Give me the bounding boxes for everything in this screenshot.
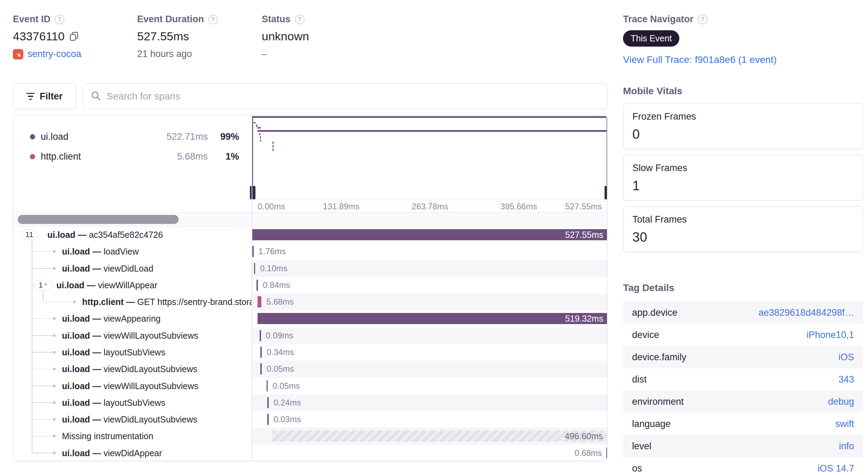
span-row[interactable]: http.client — GET https://sentry-brand.s… bbox=[13, 293, 607, 310]
span-row[interactable]: ui.load — viewAppearing519.32ms bbox=[13, 310, 607, 327]
span-waterfall-cell[interactable]: 1.76ms bbox=[252, 243, 608, 260]
span-waterfall-cell[interactable]: 0.34ms bbox=[252, 344, 608, 361]
span-waterfall-cell[interactable]: 0.68ms bbox=[252, 445, 608, 461]
minimap-right-handle[interactable] bbox=[605, 186, 608, 199]
span-waterfall-cell[interactable]: 5.68ms bbox=[252, 293, 608, 310]
span-waterfall-cell[interactable]: 0.05ms bbox=[252, 361, 608, 377]
time-axis: 0.00ms131.89ms263.78ms395.66ms527.55ms bbox=[252, 200, 608, 212]
tag-value-link[interactable]: info bbox=[839, 441, 854, 452]
span-duration-bar[interactable] bbox=[267, 397, 269, 408]
span-duration-bar[interactable] bbox=[260, 330, 261, 341]
span-waterfall-cell[interactable]: 0.03ms bbox=[252, 411, 608, 428]
tree-scrollbar-thumb[interactable] bbox=[18, 215, 179, 224]
project-link[interactable]: sentry-cocoa bbox=[27, 49, 81, 59]
span-row[interactable]: Missing instrumentation496.60ms bbox=[13, 428, 607, 444]
help-icon[interactable]: ? bbox=[698, 15, 708, 24]
span-row[interactable]: 11ui.load — ac354af5e82c4726527.55ms bbox=[13, 226, 607, 243]
span-duration-bar[interactable] bbox=[267, 380, 268, 392]
tag-value-link[interactable]: iOS 14.7 bbox=[818, 463, 854, 474]
tree-waterfall-divider[interactable] bbox=[252, 115, 252, 461]
span-tree-cell[interactable]: ui.load — viewWillLayoutSubviews bbox=[13, 378, 252, 394]
span-tree-cell[interactable]: ui.load — viewDidAppear bbox=[13, 445, 252, 461]
legend-item-ui.load[interactable]: ui.load522.71ms99% bbox=[30, 131, 239, 143]
span-waterfall-cell[interactable]: 0.05ms bbox=[252, 378, 608, 394]
span-detail-page: Event ID ? 43376110 sentry-cocoa Event D… bbox=[0, 0, 868, 475]
span-row[interactable]: 1^ui.load — viewWillAppear0.84ms bbox=[13, 277, 607, 293]
span-duration-bar[interactable] bbox=[260, 347, 262, 358]
tree-node-dot bbox=[53, 334, 56, 337]
tag-value-link[interactable]: iPhone10,1 bbox=[806, 330, 854, 340]
span-tree-cell[interactable]: ui.load — viewDidLayoutSubviews bbox=[13, 411, 252, 428]
span-waterfall-cell[interactable]: 496.60ms bbox=[252, 428, 608, 444]
span-row[interactable]: ui.load — viewWillLayoutSubviews0.05ms bbox=[13, 378, 607, 394]
span-tree-cell[interactable]: ui.load — viewDidLayoutSubviews bbox=[13, 361, 252, 377]
span-row[interactable]: ui.load — layoutSubViews0.24ms bbox=[13, 394, 607, 411]
span-duration-bar[interactable] bbox=[258, 313, 607, 324]
span-waterfall-cell[interactable]: 519.32ms bbox=[252, 310, 608, 327]
span-tree-cell[interactable]: ui.load — loadView bbox=[13, 243, 252, 260]
span-row[interactable]: ui.load — viewDidAppear0.68ms bbox=[13, 445, 607, 461]
span-tree-cell[interactable]: http.client — GET https://sentry-brand.s… bbox=[13, 293, 252, 310]
minimap-left-handle[interactable] bbox=[250, 186, 255, 199]
tag-value-link[interactable]: iOS bbox=[838, 352, 854, 363]
span-row[interactable]: ui.load — viewDidLayoutSubviews0.03ms bbox=[13, 411, 607, 428]
span-tree-cell[interactable]: 11ui.load — ac354af5e82c4726 bbox=[13, 226, 252, 243]
help-icon[interactable]: ? bbox=[55, 15, 64, 24]
copy-icon[interactable] bbox=[70, 32, 79, 41]
span-duration-bar[interactable] bbox=[252, 246, 254, 257]
span-title: ui.load — viewAppearing bbox=[62, 310, 160, 327]
search-input[interactable] bbox=[106, 91, 599, 102]
event-id-label-row: Event ID ? bbox=[13, 14, 81, 25]
span-row[interactable]: ui.load — viewWillLayoutSubviews0.09ms bbox=[13, 327, 607, 344]
tag-value-link[interactable]: ae3829618d484298f… bbox=[758, 307, 854, 318]
span-waterfall-cell[interactable]: 0.09ms bbox=[252, 327, 608, 344]
span-tree-cell[interactable]: ui.load — viewAppearing bbox=[13, 310, 252, 327]
vital-card-slow-frames[interactable]: Slow Frames1 bbox=[623, 155, 863, 201]
minimap[interactable] bbox=[252, 115, 608, 200]
vital-label: Total Frames bbox=[632, 214, 854, 225]
legend-item-http.client[interactable]: http.client5.68ms1% bbox=[30, 151, 239, 162]
span-row[interactable]: ui.load — viewDidLayoutSubviews0.05ms bbox=[13, 361, 607, 377]
help-icon[interactable]: ? bbox=[295, 15, 305, 24]
span-duration-bar[interactable] bbox=[260, 363, 262, 375]
span-tree-cell[interactable]: ui.load — layoutSubViews bbox=[13, 344, 252, 361]
event-duration-value: 527.55ms bbox=[137, 30, 189, 43]
help-icon[interactable]: ? bbox=[208, 15, 218, 24]
span-duration-bar[interactable] bbox=[606, 448, 608, 459]
span-duration-bar[interactable] bbox=[273, 430, 607, 442]
tag-value-link[interactable]: swift bbox=[835, 419, 854, 429]
span-duration-bar[interactable] bbox=[267, 414, 269, 425]
span-waterfall-cell[interactable]: 0.10ms bbox=[252, 260, 608, 277]
tag-row-os: osiOS 14.7 bbox=[623, 457, 863, 475]
span-tree-cell[interactable]: ui.load — layoutSubViews bbox=[13, 394, 252, 411]
span-duration-bar[interactable] bbox=[254, 263, 255, 274]
span-waterfall-cell[interactable]: 0.24ms bbox=[252, 394, 608, 411]
minimap-span-mark bbox=[273, 142, 274, 144]
span-collapse-badge[interactable]: 1^ bbox=[33, 280, 52, 290]
span-title: ui.load — viewDidAppear bbox=[62, 445, 162, 461]
tag-key: app.device bbox=[632, 307, 678, 318]
tag-value-link[interactable]: debug bbox=[828, 396, 854, 407]
span-duration-bar[interactable] bbox=[258, 296, 261, 307]
span-row[interactable]: ui.load — loadView1.76ms bbox=[13, 243, 607, 260]
span-tree-cell[interactable]: 1^ui.load — viewWillAppear bbox=[13, 277, 252, 293]
vital-card-total-frames[interactable]: Total Frames30 bbox=[623, 206, 863, 252]
tree-node-dot bbox=[53, 351, 56, 354]
span-duration-label: 0.34ms bbox=[267, 344, 294, 361]
vital-card-frozen-frames[interactable]: Frozen Frames0 bbox=[623, 103, 863, 149]
span-tree-cell[interactable]: Missing instrumentation bbox=[13, 428, 252, 444]
span-duration-bar[interactable] bbox=[252, 229, 608, 240]
span-duration-bar[interactable] bbox=[257, 280, 258, 291]
filter-button[interactable]: Filter bbox=[13, 83, 76, 109]
span-waterfall-cell[interactable]: 0.84ms bbox=[252, 277, 608, 293]
span-children-badge[interactable]: 11 bbox=[21, 229, 38, 240]
view-full-trace-link[interactable]: View Full Trace: f901a8e6 (1 event) bbox=[623, 54, 777, 65]
span-waterfall-cell[interactable]: 527.55ms bbox=[252, 226, 608, 243]
span-tree-cell[interactable]: ui.load — viewDidLoad bbox=[13, 260, 252, 277]
tree-branch-line bbox=[32, 402, 53, 403]
span-tree-cell[interactable]: ui.load — viewWillLayoutSubviews bbox=[13, 327, 252, 344]
tag-value-link[interactable]: 343 bbox=[838, 374, 854, 385]
span-row[interactable]: ui.load — viewDidLoad0.10ms bbox=[13, 260, 607, 277]
span-duration-label: 527.55ms bbox=[565, 226, 603, 243]
span-row[interactable]: ui.load — layoutSubViews0.34ms bbox=[13, 344, 607, 361]
